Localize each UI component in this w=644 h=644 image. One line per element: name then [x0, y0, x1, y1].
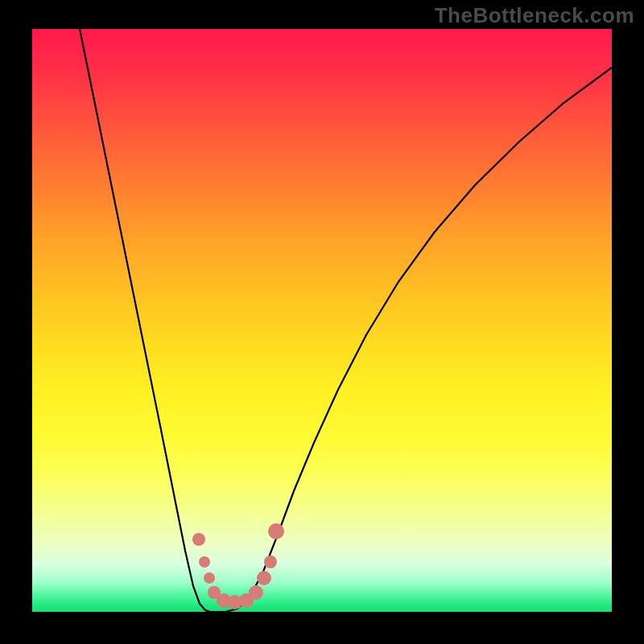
- watermark-text: TheBottleneck.com: [435, 3, 634, 28]
- chart-frame: TheBottleneck.com: [0, 0, 644, 644]
- marker-dot: [268, 523, 284, 539]
- curve-left-branch: [80, 29, 217, 612]
- marker-group: [192, 523, 284, 609]
- marker-dot: [192, 533, 205, 546]
- marker-dot: [249, 585, 263, 600]
- marker-dot: [204, 572, 215, 584]
- marker-dot: [199, 556, 210, 568]
- marker-dot: [264, 555, 277, 568]
- curve-layer: [32, 29, 612, 612]
- plot-area: [32, 29, 612, 612]
- marker-dot: [257, 571, 271, 585]
